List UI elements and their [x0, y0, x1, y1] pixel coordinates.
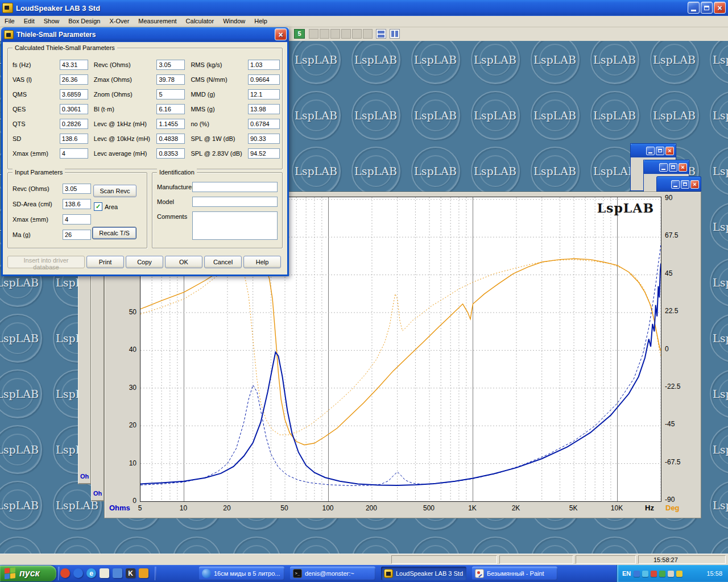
task-button-безымянный-paint[interactable]: Безымянный - Paint — [472, 567, 557, 580]
input-field-ma-g[interactable] — [63, 230, 91, 240]
ts-field-sd[interactable] — [60, 134, 88, 144]
tray-icon-2[interactable] — [642, 571, 648, 577]
ts-field-levc-1khz-mh[interactable] — [156, 119, 185, 129]
ts-field-bl-t-m[interactable] — [156, 104, 185, 114]
model-input[interactable] — [192, 197, 278, 207]
input-field-sd-area-cml[interactable] — [63, 199, 91, 209]
toolbar-button-disabled[interactable] — [330, 29, 340, 39]
maximize-button[interactable] — [656, 147, 664, 155]
ts-field-znom-ohms[interactable] — [156, 89, 185, 99]
ie-icon[interactable]: e — [86, 568, 96, 578]
minimize-button[interactable] — [688, 2, 700, 14]
area-checkbox[interactable]: ✓ Area — [94, 202, 118, 211]
tray-icon-6[interactable] — [676, 571, 682, 577]
menu-help[interactable]: Help — [250, 16, 272, 26]
ts-field-xmax-mm[interactable] — [60, 148, 88, 159]
minimize-button[interactable] — [671, 180, 680, 189]
identification-group: Identification Manufacturer Model Commen… — [152, 172, 283, 248]
minimize-button[interactable] — [659, 163, 668, 172]
tray-icon-3[interactable] — [651, 571, 657, 577]
menu-x-over[interactable]: X-Over — [105, 16, 134, 26]
ts-label-rms-kg-s: RMS (kg/s) — [191, 61, 222, 68]
ts-field-qms[interactable] — [60, 89, 88, 99]
task-button-16см-миды-в-5-литро[interactable]: 16см миды в 5 литро... — [199, 567, 284, 580]
ok-button[interactable]: OK — [165, 256, 202, 268]
tray-icon-1[interactable] — [634, 571, 640, 577]
insert-into-driver-database-button[interactable]: Insert into driver database — [7, 256, 85, 268]
menu-box-design[interactable]: Box Design — [64, 16, 105, 26]
blue-globe-icon[interactable] — [73, 568, 83, 578]
start-button[interactable]: пуск — [0, 566, 56, 581]
x-axis-tick: 10K — [605, 504, 630, 512]
copy-button[interactable]: Copy — [126, 256, 163, 268]
ts-field-spl-1w-db[interactable] — [248, 134, 280, 144]
close-button[interactable]: × — [679, 163, 687, 172]
ts-field-no[interactable] — [248, 119, 280, 129]
menu-edit[interactable]: Edit — [19, 16, 39, 26]
ts-field-zmax-ohms[interactable] — [156, 74, 185, 85]
menu-file[interactable]: File — [0, 16, 19, 26]
maximize-button[interactable] — [669, 163, 677, 172]
toolbar-button-disabled[interactable] — [320, 29, 329, 39]
close-button[interactable]: × — [690, 180, 699, 189]
input-label-xmax-mm: Xmax (±mm) — [13, 216, 48, 223]
k-menu-icon[interactable]: K — [126, 568, 135, 578]
chart-window-titlebar[interactable]: × — [656, 176, 701, 192]
tray-icon-5[interactable] — [668, 571, 674, 577]
desktop-logo-text: LspLAB — [0, 332, 47, 344]
ts-field-revc-ohms[interactable] — [156, 60, 185, 70]
desktop-logo-text: LspLAB — [585, 109, 644, 122]
main-titlebar[interactable]: LoudSpeaker LAB 3 Std × — [0, 0, 728, 16]
menu-window[interactable]: Window — [218, 16, 250, 26]
window-grid-icon[interactable] — [113, 568, 122, 578]
toolbar-button-disabled[interactable] — [341, 29, 351, 39]
task-button-denis-monster[interactable]: >_denis@monster:~ — [290, 567, 375, 580]
ts-field-levc-10khz-mh[interactable] — [156, 134, 185, 144]
print-button[interactable]: Print — [86, 256, 124, 268]
toolbar-button-disabled[interactable] — [352, 29, 362, 39]
recalc-ts-button[interactable]: Recalc T/S — [92, 227, 136, 239]
ts-field-rms-kg-s[interactable] — [248, 60, 280, 70]
input-field-xmax-mm[interactable] — [63, 214, 91, 225]
tray-icon-4[interactable] — [659, 571, 665, 577]
close-button[interactable]: × — [714, 2, 726, 14]
mozilla-icon[interactable] — [60, 568, 70, 578]
page-indicator-button[interactable]: 5 — [294, 29, 305, 39]
help-button[interactable]: Help — [243, 256, 281, 268]
menu-measurement[interactable]: Measurement — [134, 16, 181, 26]
ts-field-cms-n-mm[interactable] — [248, 74, 280, 85]
tile-vertical-icon[interactable] — [390, 29, 400, 39]
maximize-button[interactable] — [681, 180, 689, 189]
ts-field-mms-g[interactable] — [248, 104, 280, 114]
comments-input[interactable] — [192, 211, 278, 240]
input-field-revc-ohms[interactable] — [63, 184, 91, 194]
dialog-titlebar[interactable]: Thiele-Small Parameters × — [1, 27, 289, 42]
ts-field-levc-average-mh[interactable] — [156, 148, 185, 159]
toolbar-button-disabled[interactable] — [363, 29, 373, 39]
ts-field-fs-hz[interactable] — [60, 60, 88, 70]
ts-field-spl-2-83v-db[interactable] — [248, 148, 280, 159]
background-window-titlebar[interactable]: × — [644, 160, 689, 174]
ts-field-qes[interactable] — [60, 104, 88, 114]
calculated-parameters-group: Calculated Thiele-Small Parameters fs (H… — [7, 48, 283, 169]
cancel-button[interactable]: Cancel — [204, 256, 242, 268]
language-indicator[interactable]: EN — [622, 570, 631, 577]
scan-revc-button[interactable]: Scan Revc — [93, 185, 136, 197]
show-desktop-icon[interactable] — [100, 568, 109, 578]
statusbar-panel — [499, 555, 573, 564]
background-window-titlebar[interactable]: × — [631, 144, 676, 157]
manufacturer-input[interactable] — [192, 182, 278, 192]
ts-field-mmd-g[interactable] — [248, 89, 280, 99]
restore-button[interactable] — [701, 2, 713, 14]
media-icon[interactable] — [139, 568, 148, 578]
tile-horizontal-icon[interactable] — [376, 29, 386, 39]
menu-calculator[interactable]: Calculator — [181, 16, 219, 26]
dialog-close-button[interactable]: × — [275, 28, 287, 40]
task-button-loudspeaker-lab-3-std[interactable]: LoudSpeaker LAB 3 Std — [381, 567, 466, 580]
ts-field-vas-l[interactable] — [60, 74, 88, 85]
menu-show[interactable]: Show — [39, 16, 64, 26]
toolbar-button-disabled[interactable] — [309, 29, 318, 39]
ts-field-qts[interactable] — [60, 119, 88, 129]
close-button[interactable]: × — [665, 147, 674, 155]
minimize-button[interactable] — [646, 147, 655, 155]
